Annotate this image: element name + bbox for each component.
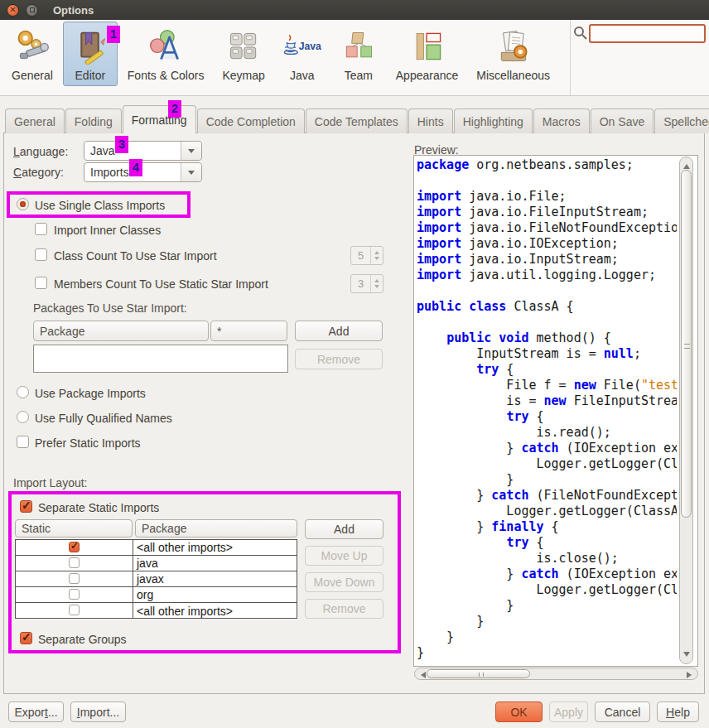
layout-move-down-button[interactable]: Move Down — [305, 572, 383, 592]
vertical-scroll-thumb[interactable] — [681, 170, 692, 518]
search-input[interactable] — [589, 24, 706, 43]
members-count-value: 3 — [351, 275, 370, 292]
tab-macros[interactable]: Macros — [533, 108, 590, 133]
tab-code-completion[interactable]: Code Completion — [197, 108, 305, 133]
editor-tabs: General Folding Formatting Code Completi… — [5, 105, 709, 133]
star-table-star-header[interactable]: * — [210, 321, 287, 341]
separate-groups-checkbox[interactable] — [20, 632, 32, 644]
toolbar-item-team[interactable]: Team — [331, 22, 386, 86]
members-count-checkbox[interactable] — [35, 277, 47, 289]
tab-hints[interactable]: Hints — [408, 108, 453, 133]
class-count-spinner[interactable]: 5 — [350, 246, 383, 265]
appearance-icon — [408, 27, 446, 66]
layout-table-static-header[interactable]: Static — [15, 519, 133, 538]
separate-static-imports-checkbox[interactable] — [20, 500, 32, 513]
preview-code[interactable]: package org.netbeans.samples; import jav… — [417, 157, 677, 663]
import-button[interactable]: Import... — [70, 701, 126, 722]
use-fully-qualified-radio[interactable] — [17, 411, 29, 423]
table-row[interactable]: <all other imports> — [16, 540, 297, 556]
package-cell[interactable]: <all other imports> — [133, 603, 297, 619]
package-cell[interactable]: javax — [133, 571, 297, 586]
preview-vertical-scrollbar[interactable] — [679, 157, 693, 664]
help-button[interactable]: Help — [657, 701, 699, 722]
use-fully-qualified-label: Use Fully Qualified Names — [35, 412, 172, 425]
category-combobox[interactable]: Imports — [84, 162, 202, 182]
row-static-checkbox[interactable] — [69, 542, 80, 552]
table-row[interactable]: java — [16, 556, 297, 571]
layout-remove-button[interactable]: Remove — [305, 599, 383, 619]
spinner-arrows-icon[interactable] — [370, 275, 383, 292]
tab-spellchecker[interactable]: Spellchecker — [654, 108, 709, 133]
tab-folding[interactable]: Folding — [65, 108, 122, 133]
editor-icon — [71, 27, 109, 66]
apply-button[interactable]: Apply — [549, 701, 588, 722]
toolbar-item-general[interactable]: General — [3, 22, 61, 86]
table-row[interactable]: <all other imports> — [16, 603, 297, 619]
table-row[interactable]: javax — [16, 571, 297, 587]
static-cell — [16, 571, 133, 586]
row-static-checkbox[interactable] — [69, 605, 80, 615]
toolbar-item-keymap[interactable]: Keymap — [214, 22, 273, 86]
toolbar-item-appearance[interactable]: Appearance — [388, 22, 467, 86]
import-layout-table: <all other imports> java javax org <all … — [15, 539, 297, 619]
import-layout-label: Import Layout: — [13, 476, 88, 489]
layout-table-package-header[interactable]: Package — [135, 519, 297, 538]
package-cell[interactable]: org — [133, 587, 297, 602]
toolbar-label: Keymap — [222, 69, 264, 82]
category-label: Category: — [13, 166, 64, 179]
scroll-left-icon[interactable] — [417, 672, 426, 678]
package-cell[interactable]: java — [133, 556, 297, 571]
toolbar-item-fonts-colors[interactable]: Fonts & Colors — [119, 22, 213, 86]
export-button[interactable]: Export... — [8, 701, 64, 722]
table-row[interactable]: org — [16, 587, 297, 603]
java-wordmark: Java — [298, 41, 321, 52]
language-combobox[interactable]: Java — [84, 141, 202, 161]
import-inner-classes-label: Import Inner Classes — [54, 224, 161, 237]
scroll-down-icon[interactable] — [683, 652, 690, 660]
packages-star-import-label: Packages To Use Star Import: — [33, 301, 187, 315]
prefer-static-imports-checkbox[interactable] — [17, 436, 29, 448]
spinner-arrows-icon[interactable] — [370, 247, 383, 264]
row-static-checkbox[interactable] — [69, 589, 80, 600]
use-single-class-imports-radio[interactable] — [17, 198, 29, 210]
star-add-button[interactable]: Add — [295, 321, 383, 341]
static-cell — [16, 540, 133, 555]
chevron-down-icon[interactable] — [181, 163, 201, 181]
toolbar-item-java[interactable]: Java Java — [275, 22, 330, 86]
toolbar-label: Appearance — [396, 69, 459, 82]
window-restore-button[interactable] — [26, 4, 38, 17]
horizontal-scroll-thumb[interactable] — [427, 669, 530, 678]
tab-code-templates[interactable]: Code Templates — [306, 108, 408, 133]
tab-general[interactable]: General — [5, 108, 65, 133]
ok-button[interactable]: OK — [495, 701, 543, 722]
toolbar-item-miscellaneous[interactable]: Miscellaneous — [468, 22, 558, 86]
preview-horizontal-scrollbar[interactable] — [414, 668, 698, 680]
toolbar-label: Editor — [75, 69, 106, 82]
class-count-checkbox[interactable] — [35, 248, 47, 261]
use-package-imports-radio[interactable] — [17, 386, 29, 398]
members-count-spinner[interactable]: 3 — [350, 274, 383, 293]
import-inner-classes-checkbox[interactable] — [35, 223, 47, 235]
star-remove-button[interactable]: Remove — [295, 349, 383, 369]
tab-highlighting[interactable]: Highlighting — [454, 108, 533, 133]
row-static-checkbox[interactable] — [69, 573, 80, 584]
language-value: Java — [84, 142, 181, 160]
scroll-right-icon[interactable] — [687, 672, 695, 678]
layout-move-up-button[interactable]: Move Up — [305, 546, 383, 566]
annotation-badge-3: 3 — [115, 136, 128, 153]
scroll-up-icon[interactable] — [683, 161, 690, 169]
toolbar-label: Miscellaneous — [476, 69, 550, 82]
tab-formatting[interactable]: Formatting — [123, 105, 196, 133]
star-table-package-header[interactable]: Package — [33, 321, 209, 341]
static-cell — [16, 603, 133, 619]
row-static-checkbox[interactable] — [69, 557, 80, 568]
layout-add-button[interactable]: Add — [305, 519, 383, 539]
static-cell — [16, 556, 133, 571]
window-close-button[interactable]: ✕ — [7, 4, 19, 17]
tab-on-save[interactable]: On Save — [591, 108, 654, 133]
static-cell — [16, 587, 133, 602]
chevron-down-icon[interactable] — [181, 142, 201, 160]
cancel-button[interactable]: Cancel — [595, 701, 650, 722]
star-packages-list[interactable] — [33, 345, 288, 373]
package-cell[interactable]: <all other imports> — [133, 540, 297, 555]
